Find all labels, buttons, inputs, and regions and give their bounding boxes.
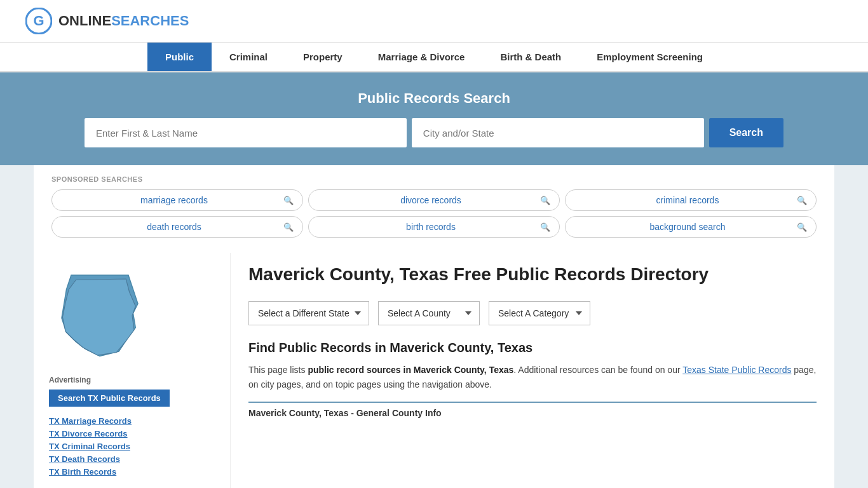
category-dropdown[interactable]: Select A Category: [489, 301, 590, 325]
main-content: Maverick County, Texas Free Public Recor…: [231, 253, 834, 488]
search-icon-2: 🔍: [540, 196, 550, 205]
search-icon-1: 🔍: [283, 196, 294, 205]
sponsored-criminal[interactable]: criminal records 🔍: [565, 189, 817, 211]
sidebar-links: TX Marriage Records TX Divorce Records T…: [49, 416, 215, 477]
texas-state-link[interactable]: Texas State Public Records: [682, 365, 791, 375]
sponsored-marriage[interactable]: marriage records 🔍: [51, 189, 303, 211]
sponsored-birth-text: birth records: [322, 222, 540, 232]
sponsored-section: SPONSORED SEARCHES marriage records 🔍 di…: [34, 165, 834, 238]
page-heading-text: Maverick County, Texas Free Public Recor…: [248, 263, 709, 286]
hero-title: Public Records Search: [25, 90, 843, 107]
find-heading: Find Public Records in Maverick County, …: [248, 341, 817, 355]
tx-divorce-link[interactable]: TX Divorce Records: [49, 429, 128, 438]
main-wrapper: SPONSORED SEARCHES marriage records 🔍 di…: [34, 165, 834, 488]
county-dropdown[interactable]: Select A County: [378, 301, 480, 325]
nav-property[interactable]: Property: [285, 43, 360, 71]
county-info-bar: Maverick County, Texas - General County …: [248, 402, 817, 418]
content-area: Advertising Search TX Public Records TX …: [34, 253, 834, 488]
nav-employment[interactable]: Employment Screening: [579, 43, 721, 71]
page-heading: Maverick County, Texas Free Public Recor…: [248, 263, 817, 286]
find-description: This page lists public record sources in…: [248, 363, 817, 391]
sponsored-birth[interactable]: birth records 🔍: [308, 216, 560, 238]
county-info-label: Maverick County, Texas - General County …: [248, 408, 442, 418]
logo-icon: G: [25, 8, 52, 34]
sponsored-label: SPONSORED SEARCHES: [51, 175, 817, 183]
texas-map: [49, 266, 215, 363]
sponsored-death[interactable]: death records 🔍: [51, 216, 303, 238]
nav-criminal[interactable]: Criminal: [212, 43, 285, 71]
search-icon-5: 🔍: [540, 222, 550, 232]
header: G ONLINESEARCHES: [0, 0, 868, 43]
search-icon-6: 🔍: [797, 222, 807, 232]
logo-text: ONLINESEARCHES: [58, 13, 189, 29]
hero-section: Public Records Search Search: [0, 72, 868, 165]
sponsored-background[interactable]: background search 🔍: [565, 216, 817, 238]
page-title: Maverick County, Texas Free Public Recor…: [248, 263, 709, 286]
nav-birth-death[interactable]: Birth & Death: [482, 43, 579, 71]
state-dropdown[interactable]: Select a Different State: [248, 301, 369, 325]
search-button[interactable]: Search: [709, 118, 783, 147]
tx-birth-link[interactable]: TX Birth Records: [49, 467, 116, 477]
sponsored-criminal-text: criminal records: [578, 195, 797, 205]
nav-marriage-divorce[interactable]: Marriage & Divorce: [360, 43, 483, 71]
sponsored-background-text: background search: [578, 222, 797, 232]
sponsored-divorce[interactable]: divorce records 🔍: [308, 189, 560, 211]
svg-text:G: G: [33, 13, 44, 29]
list-item: TX Birth Records: [49, 466, 215, 477]
city-input[interactable]: [412, 118, 704, 147]
find-records-section: Find Public Records in Maverick County, …: [248, 341, 817, 418]
nav-public[interactable]: Public: [147, 43, 212, 71]
search-icon-4: 🔍: [283, 222, 294, 232]
tx-marriage-link[interactable]: TX Marriage Records: [49, 416, 132, 426]
ad-search-button[interactable]: Search TX Public Records: [49, 390, 170, 407]
name-input[interactable]: [85, 118, 407, 147]
list-item: TX Criminal Records: [49, 441, 215, 451]
main-nav: Public Criminal Property Marriage & Divo…: [0, 43, 868, 72]
advertising-label: Advertising: [49, 376, 215, 384]
tx-criminal-link[interactable]: TX Criminal Records: [49, 442, 130, 451]
list-item: TX Marriage Records: [49, 416, 215, 426]
sidebar: Advertising Search TX Public Records TX …: [34, 253, 231, 488]
logo: G ONLINESEARCHES: [25, 8, 189, 34]
sponsored-marriage-text: marriage records: [65, 195, 283, 205]
sponsored-divorce-text: divorce records: [322, 195, 540, 205]
sponsored-death-text: death records: [65, 222, 283, 232]
tx-death-link[interactable]: TX Death Records: [49, 454, 120, 464]
list-item: TX Death Records: [49, 454, 215, 464]
dropdowns: Select a Different State Select A County…: [248, 301, 817, 325]
list-item: TX Divorce Records: [49, 428, 215, 438]
sponsored-grid: marriage records 🔍 divorce records 🔍 cri…: [51, 189, 817, 238]
hero-search-bar: Search: [85, 118, 783, 147]
search-icon-3: 🔍: [797, 196, 807, 205]
texas-map-svg: [49, 266, 151, 361]
